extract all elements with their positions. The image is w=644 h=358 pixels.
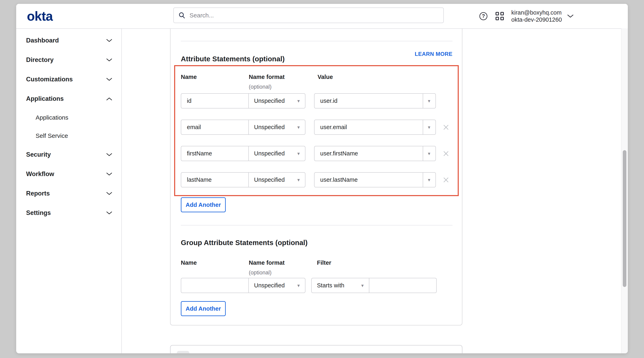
attribute-name-input[interactable] (186, 176, 243, 183)
name-format-value: Unspecified (254, 176, 285, 183)
apps-menu-button[interactable] (495, 12, 504, 21)
column-header-filter: Filter (317, 259, 331, 266)
search-input[interactable] (189, 12, 439, 19)
sidebar: Dashboard Directory Customizations Appli… (16, 29, 122, 353)
name-format-select[interactable]: Unspecified ▾ (248, 146, 305, 161)
name-format-value: Unspecified (254, 124, 285, 131)
sidebar-label: Directory (26, 56, 54, 64)
topbar: okta ? (16, 4, 628, 29)
content-area: Attribute Statements (optional) LEARN MO… (122, 29, 628, 353)
chevron-up-icon (106, 97, 112, 101)
chevron-down-icon (106, 58, 112, 62)
add-another-group-attribute-button[interactable]: Add Another (181, 301, 226, 316)
caret-down-icon: ▾ (428, 99, 430, 103)
apps-grid-icon (496, 12, 504, 20)
scrollbar-thumb[interactable] (623, 150, 626, 287)
delete-row-button[interactable] (442, 123, 450, 131)
account-org: okta-dev-20901260 (511, 16, 562, 23)
global-search[interactable] (173, 8, 444, 23)
sidebar-label: Reports (26, 190, 50, 197)
attribute-name-input[interactable] (186, 97, 243, 104)
help-button[interactable]: ? (479, 12, 488, 21)
delete-row-button[interactable] (442, 176, 450, 184)
sidebar-item-reports[interactable]: Reports (16, 184, 121, 203)
value-dropdown-button[interactable]: ▾ (423, 173, 435, 187)
add-another-attribute-button[interactable]: Add Another (181, 197, 226, 212)
close-icon (442, 176, 450, 183)
filter-type-select[interactable]: Starts with ▾ (312, 278, 369, 293)
filter-value-input[interactable] (374, 282, 431, 289)
learn-more-link[interactable]: LEARN MORE (415, 51, 453, 57)
group-attribute-statements-title: Group Attribute Statements (optional) (181, 239, 308, 247)
sidebar-item-settings[interactable]: Settings (16, 203, 121, 223)
sidebar-label: Dashboard (26, 37, 59, 44)
column-header-format-note: (optional) (249, 84, 272, 90)
sidebar-sublabel: Self Service (36, 132, 68, 139)
chevron-down-icon (106, 78, 112, 81)
caret-down-icon: ▾ (428, 125, 430, 130)
sidebar-label: Settings (26, 209, 51, 217)
attribute-name-input[interactable] (186, 150, 243, 157)
help-icon: ? (479, 12, 488, 21)
desktop-background: okta ? (0, 0, 644, 358)
sidebar-item-workflow[interactable]: Workflow (16, 164, 121, 184)
chevron-down-icon (106, 172, 112, 176)
attribute-statements-title: Attribute Statements (optional) (181, 55, 284, 63)
svg-text:?: ? (482, 13, 485, 19)
column-header-name: Name (181, 74, 197, 80)
name-format-select[interactable]: Unspecified ▾ (248, 278, 305, 293)
saml-settings-card: Attribute Statements (optional) LEARN MO… (170, 29, 462, 325)
caret-down-icon: ▾ (428, 151, 430, 156)
attribute-value-input[interactable] (320, 97, 418, 104)
sidebar-item-dashboard[interactable]: Dashboard (16, 31, 121, 50)
filter-type-value: Starts with (317, 282, 344, 289)
sidebar-item-applications[interactable]: Applications (16, 89, 121, 109)
sidebar-label: Customizations (26, 76, 73, 83)
caret-down-icon: ▾ (361, 283, 364, 288)
sidebar-item-security[interactable]: Security (16, 145, 121, 164)
chevron-down-icon (106, 211, 112, 215)
chevron-down-icon (567, 14, 574, 18)
caret-down-icon: ▾ (297, 99, 300, 103)
sidebar-label: Workflow (26, 170, 54, 178)
close-icon (442, 124, 450, 131)
name-format-select[interactable]: Unspecified ▾ (248, 94, 305, 108)
attribute-value-input[interactable] (320, 176, 418, 183)
attribute-value-input[interactable] (320, 124, 418, 131)
attribute-row: Unspecified ▾ ▾ (181, 146, 450, 161)
attribute-name-input[interactable] (186, 124, 243, 131)
search-icon (178, 12, 186, 19)
attribute-value-input[interactable] (320, 150, 418, 157)
account-menu[interactable]: kiran@boxyhq.com okta-dev-20901260 (511, 9, 574, 23)
okta-admin-window: okta ? (16, 4, 628, 353)
sidebar-subitem-self-service[interactable]: Self Service (16, 127, 121, 145)
divider (181, 41, 452, 41)
value-dropdown-button[interactable]: ▾ (423, 94, 435, 108)
delete-row-button[interactable] (442, 150, 450, 158)
chevron-down-icon (106, 153, 112, 156)
group-name-input[interactable] (186, 282, 243, 289)
name-format-value: Unspecified (254, 98, 285, 104)
caret-down-icon: ▾ (297, 283, 300, 288)
name-format-select[interactable]: Unspecified ▾ (248, 120, 305, 134)
group-attribute-row: Unspecified ▾ Starts with ▾ (181, 278, 437, 293)
attribute-row: Unspecified ▾ ▾ (181, 172, 450, 187)
name-format-value: Unspecified (254, 282, 285, 289)
sidebar-label: Security (26, 151, 51, 158)
name-format-select[interactable]: Unspecified ▾ (248, 173, 305, 187)
column-header-format-note: (optional) (249, 269, 272, 276)
sidebar-item-directory[interactable]: Directory (16, 50, 121, 70)
sidebar-subitem-applications[interactable]: Applications (16, 109, 121, 127)
attribute-row: Unspecified ▾ ▾ (181, 93, 436, 109)
caret-down-icon: ▾ (297, 151, 300, 156)
value-dropdown-button[interactable]: ▾ (423, 120, 435, 134)
account-info: kiran@boxyhq.com okta-dev-20901260 (511, 9, 562, 23)
sidebar-item-customizations[interactable]: Customizations (16, 70, 121, 89)
value-dropdown-button[interactable]: ▾ (423, 146, 435, 161)
close-icon (442, 150, 450, 157)
chevron-down-icon (106, 192, 112, 195)
column-header-format: Name format (249, 74, 284, 80)
attribute-row: Unspecified ▾ ▾ (181, 120, 450, 135)
body: Dashboard Directory Customizations Appli… (16, 29, 628, 353)
topbar-actions: ? kiran@boxyhq.com okta-dev-20901260 (479, 4, 574, 28)
